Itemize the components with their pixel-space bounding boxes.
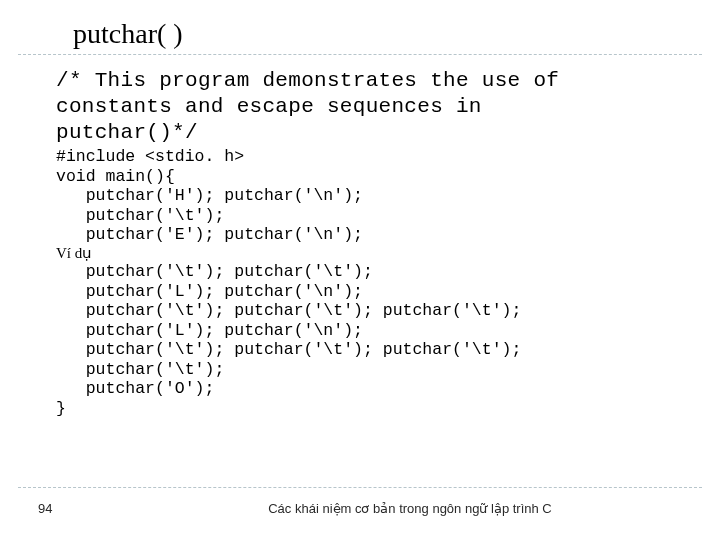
example-label: Ví dụ	[56, 245, 702, 263]
code-line: putchar('L'); putchar('\n');	[56, 321, 702, 340]
page-number: 94	[0, 501, 160, 516]
footer-text: Các khái niệm cơ bản trong ngôn ngữ lập …	[160, 501, 720, 516]
comment-line-1: /* This program demonstrates the use of	[56, 69, 702, 93]
comment-line-3: putchar()*/	[56, 121, 702, 145]
code-line: putchar('H'); putchar('\n');	[56, 186, 702, 205]
code-line: putchar('\t'); putchar('\t'); putchar('\…	[56, 301, 702, 320]
code-line: putchar('O');	[56, 379, 702, 398]
code-line: putchar('\t'); putchar('\t');	[56, 262, 702, 281]
code-line: putchar('\t');	[56, 206, 702, 225]
code-line: }	[56, 399, 702, 418]
slide-content: /* This program demonstrates the use of …	[0, 55, 720, 418]
slide-title: putchar( )	[0, 18, 720, 54]
footer: 94 Các khái niệm cơ bản trong ngôn ngữ l…	[0, 501, 720, 516]
code-line: #include <stdio. h>	[56, 147, 702, 166]
code-line: void main(){	[56, 167, 702, 186]
slide: putchar( ) /* This program demonstrates …	[0, 0, 720, 540]
code-line: putchar('\t'); putchar('\t'); putchar('\…	[56, 340, 702, 359]
code-line: putchar('\t');	[56, 360, 702, 379]
footer-divider	[18, 487, 702, 488]
code-line: putchar('L'); putchar('\n');	[56, 282, 702, 301]
comment-line-2: constants and escape sequences in	[56, 95, 702, 119]
code-line: putchar('E'); putchar('\n');	[56, 225, 702, 244]
